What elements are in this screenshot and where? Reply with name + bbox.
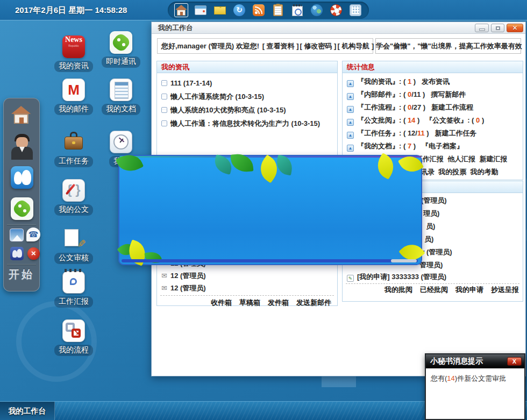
mail-icon[interactable] xyxy=(213,3,227,17)
home-icon[interactable] xyxy=(174,3,188,17)
desktop-icon-label: 即时通讯 xyxy=(102,56,140,68)
panel-link[interactable]: 抄送呈报 xyxy=(491,286,519,294)
envelope-icon: ✉ xyxy=(161,272,167,280)
desktop-icon-news[interactable]: News Republic 我的资讯 xyxy=(49,31,98,72)
restore-button[interactable] xyxy=(491,24,504,32)
document-icon xyxy=(110,79,132,101)
news-item[interactable]: 懒人系统的10大优势和亮点 (10-3-15) xyxy=(157,103,337,117)
panel-link[interactable]: 我的批阅 xyxy=(384,286,412,294)
envelope-icon: ✉ xyxy=(161,284,167,292)
dock-sidebar: ☎ × 开始 xyxy=(3,98,40,291)
taskbar-item-workbench[interactable]: 我的工作台 xyxy=(0,402,55,420)
secretary-notify-popup: 小秘书消息提示 X 您有(14)件新公文需审批 xyxy=(425,353,525,420)
lifebuoy-icon[interactable] xyxy=(329,3,343,17)
minimize-button[interactable] xyxy=(475,24,489,32)
panel-link[interactable]: 草稿箱 xyxy=(239,298,260,307)
stats-link[interactable]: 『电子档案』 xyxy=(422,142,464,150)
notify-message: 您有(14)件新公文需审批 xyxy=(431,374,506,383)
stats-link[interactable]: 新建工作任务 xyxy=(435,129,477,137)
im-icon[interactable] xyxy=(11,197,33,220)
stats-link[interactable]: 撰写新邮件 xyxy=(431,90,466,98)
desktop-icon-flow[interactable]: ↘ 我的流程 xyxy=(49,319,98,356)
window-titlebar[interactable]: 我的工作台 xyxy=(152,22,525,34)
desktop-icon-mail[interactable]: M 我的邮件 xyxy=(49,79,98,115)
news-item[interactable]: 懒人工作通系统简介 (10-3-15) xyxy=(157,90,337,103)
dock-divider xyxy=(7,224,36,225)
desktop-icon-label: 公文审核 xyxy=(54,253,93,264)
leaf-icon xyxy=(275,155,294,176)
ad-popup-scroll-thumb[interactable] xyxy=(391,259,417,262)
calendar-icon[interactable] xyxy=(290,3,304,17)
rss-icon[interactable] xyxy=(252,3,266,17)
desktop-icon-label: 我的流程 xyxy=(54,345,93,356)
photo-icon[interactable] xyxy=(10,229,24,241)
stats-link[interactable]: 发布资讯 xyxy=(422,77,450,86)
mail-row[interactable]: ✉12 (管理员) xyxy=(157,269,337,282)
desktop-icon-report[interactable]: 工作汇报 xyxy=(49,271,98,308)
home-icon[interactable] xyxy=(11,106,31,124)
close-button[interactable]: ✕ xyxy=(507,24,523,32)
stats-link[interactable]: 他人汇报 xyxy=(447,155,475,163)
stats-link[interactable]: 新建汇报 xyxy=(479,155,507,163)
desktop-icon-docs[interactable]: 我的文档 xyxy=(97,79,145,115)
divider xyxy=(346,283,519,284)
panel-link[interactable]: 已经批阅 xyxy=(420,286,448,294)
image-icon xyxy=(347,132,354,139)
official-doc-icon: { } xyxy=(62,179,85,202)
refresh-icon[interactable]: ↻ xyxy=(232,3,246,17)
window-icon[interactable] xyxy=(194,3,208,17)
phone-icon[interactable]: ☎ xyxy=(26,227,40,241)
stats-link[interactable]: 新建工作流程 xyxy=(431,103,473,111)
view-profile-link[interactable]: [ 查看资料 ] xyxy=(262,42,299,50)
messenger-icon[interactable] xyxy=(11,166,33,189)
review-icon: ✎ xyxy=(62,227,85,250)
image-icon xyxy=(347,145,354,152)
desktop-icon-review[interactable]: ✎ 公文审核 xyxy=(49,227,98,264)
close-icon[interactable]: × xyxy=(27,247,40,260)
stats-panel-title: 统计信息 xyxy=(343,61,523,73)
desktop-icon-im[interactable]: 即时通讯 xyxy=(97,31,145,68)
user-avatar-icon[interactable] xyxy=(11,134,33,160)
quick-launch-toolbar: ↻ xyxy=(168,2,369,19)
start-button[interactable]: 开始 xyxy=(4,267,39,282)
desktop-screen: 2017年2月6日 星期一 14:58:28 ↻ News Republic 我… xyxy=(0,0,527,420)
clock-icon xyxy=(110,131,132,153)
stats-row: 『内部邮件』: ( 0/11 ) 撰写新邮件 xyxy=(343,88,523,101)
flow-icon: ↘ xyxy=(62,319,85,342)
news-item[interactable]: 懒人工作通：将信息技术转化为生产力 (10-3-15) xyxy=(157,117,337,130)
leaf-icon xyxy=(144,251,162,265)
stats-link[interactable]: 我的考勤 xyxy=(470,168,498,176)
panel-link[interactable]: 我的申请 xyxy=(455,286,483,294)
top-bar: 2017年2月6日 星期一 14:58:28 ↻ xyxy=(0,0,527,20)
stats-link[interactable]: 我的投票 xyxy=(438,168,466,176)
greeting-text: 您好,manager (管理员) 欢迎您! xyxy=(161,42,259,50)
panel-link[interactable]: 收件箱 xyxy=(211,298,232,307)
news-panel-title: 我的资讯 xyxy=(157,61,337,73)
stats-row: 『我的资讯』: ( 1 ) 发布资讯 xyxy=(343,75,523,88)
notify-close-icon[interactable]: X xyxy=(507,357,522,366)
stats-row: 『我的文档』: ( 7 ) 『电子档案』 xyxy=(343,140,523,153)
panel-link[interactable]: 发送新邮件 xyxy=(296,298,331,307)
globe-icon[interactable] xyxy=(310,3,324,17)
grid-icon[interactable] xyxy=(348,3,362,17)
desktop-icon-label: 我的文档 xyxy=(102,104,140,115)
datetime-display: 2017年2月6日 星期一 14:58:28 xyxy=(15,0,127,20)
clipboard-icon[interactable] xyxy=(271,3,285,17)
report-icon xyxy=(62,271,85,294)
news-item[interactable]: 111 (17-1-14) xyxy=(157,76,337,90)
docket-row[interactable]: ✎[我的申请] 3333333 (管理员) xyxy=(343,272,523,282)
ad-popup[interactable] xyxy=(118,155,422,265)
pending-count: 14 xyxy=(447,374,454,382)
desktop-icon-official-doc[interactable]: { } 我的公文 xyxy=(49,179,98,216)
panel-link[interactable]: 发件箱 xyxy=(268,298,289,307)
im-icon xyxy=(110,31,132,54)
group-icon[interactable] xyxy=(10,247,24,260)
edit-icon: ✎ xyxy=(347,275,354,282)
news-icon-subtext: Republic xyxy=(62,44,85,47)
desktop-icon-tasks[interactable]: 工作任务 xyxy=(49,131,98,167)
change-password-link[interactable]: [ 修改密码 ] xyxy=(300,42,337,50)
image-icon xyxy=(347,106,354,113)
org-nav-link[interactable]: [ 机构导航 ] xyxy=(337,42,374,50)
mail-row[interactable]: ✉12 (管理员) xyxy=(157,282,337,294)
welcome-bar: 您好,manager (管理员) 欢迎您! [ 查看资料 ][ 修改密码 ][ … xyxy=(157,38,373,54)
